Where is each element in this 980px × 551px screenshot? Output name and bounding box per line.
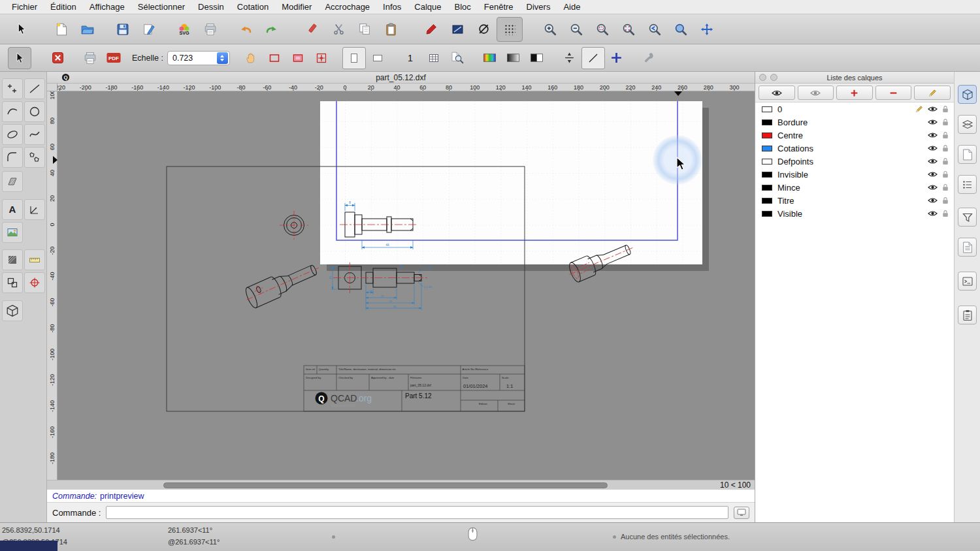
menu-item[interactable]: Cotation: [231, 0, 275, 14]
blackwhite-mode-button[interactable]: [525, 47, 549, 69]
layer-visibility-toggle[interactable]: [928, 184, 938, 191]
open-document-button[interactable]: [74, 17, 101, 42]
auto-fit-offset-button[interactable]: [558, 47, 581, 69]
paper-borders-button[interactable]: [263, 47, 286, 69]
line-tool-button[interactable]: [24, 78, 45, 99]
layer-visibility-eye-icon[interactable]: [928, 145, 938, 151]
add-layer-button[interactable]: [836, 86, 873, 100]
layer-lock-icon[interactable]: [942, 105, 949, 113]
crosshair-plus-button[interactable]: [605, 47, 629, 69]
modify-attributes-button[interactable]: [444, 17, 470, 42]
previous-view-button[interactable]: [642, 17, 668, 42]
grayscale-mode-button[interactable]: [502, 47, 525, 69]
menu-item[interactable]: Infos: [376, 0, 408, 14]
print-button[interactable]: [78, 47, 102, 69]
layer-row[interactable]: Titre: [755, 194, 954, 207]
window-zoom-button[interactable]: [668, 17, 694, 42]
layer-visibility-toggle[interactable]: [928, 158, 938, 165]
zoom-in-button[interactable]: [537, 17, 563, 42]
margins-button[interactable]: [286, 47, 310, 69]
layer-lock-toggle[interactable]: [942, 183, 949, 191]
menu-item[interactable]: Calque: [408, 0, 448, 14]
zoom-out-button[interactable]: [563, 17, 589, 42]
cut-button[interactable]: [325, 17, 351, 42]
layer-lock-icon[interactable]: [942, 197, 949, 204]
hide-all-layers-button[interactable]: [798, 86, 834, 100]
panel-close-icon[interactable]: [759, 74, 766, 81]
circle-tool-button[interactable]: [24, 101, 45, 122]
line-preview-button[interactable]: [581, 47, 605, 69]
erase-button[interactable]: [299, 17, 325, 42]
layer-lock-icon[interactable]: [942, 131, 949, 139]
layer-visibility-toggle[interactable]: [928, 145, 938, 151]
layer-row[interactable]: Centre: [755, 129, 954, 142]
paste-button[interactable]: [378, 17, 404, 42]
pen-tool-button[interactable]: [418, 17, 444, 42]
zoom-page-button[interactable]: [446, 47, 469, 69]
menu-item[interactable]: Fichier: [5, 0, 44, 14]
horizontal-scrollbar[interactable]: 10 < 100: [47, 480, 755, 490]
layer-visibility-eye-icon[interactable]: [928, 119, 938, 125]
layer-list-panel-button[interactable]: [958, 115, 977, 134]
menu-item[interactable]: Aide: [557, 0, 587, 14]
layer-visibility-toggle[interactable]: [928, 171, 938, 178]
layer-lock-toggle[interactable]: [942, 131, 949, 139]
solid-3d-tool-button[interactable]: [2, 300, 23, 321]
spline-tool-button[interactable]: [24, 124, 45, 145]
measure-tool-button[interactable]: [24, 249, 45, 270]
svg-export-button[interactable]: SVG: [171, 17, 197, 42]
redo-button[interactable]: [259, 17, 285, 42]
drawing-preferences-button[interactable]: [136, 17, 162, 42]
layer-lock-icon[interactable]: [942, 210, 949, 217]
view-list-panel-button[interactable]: [958, 175, 977, 194]
undo-button[interactable]: [233, 17, 259, 42]
full-color-mode-button[interactable]: [478, 47, 502, 69]
auto-zoom-button[interactable]: [589, 17, 615, 42]
menu-item[interactable]: Modifier: [275, 0, 318, 14]
polyline-tool-button[interactable]: [2, 147, 23, 168]
arc-tool-button[interactable]: [2, 101, 23, 122]
selection-filter-panel-button[interactable]: [958, 208, 977, 227]
remove-layer-button[interactable]: [875, 86, 912, 100]
snap-tool-button[interactable]: [24, 272, 45, 293]
block-tool-button[interactable]: [2, 272, 23, 293]
layer-lock-toggle[interactable]: [942, 170, 949, 178]
layer-visibility-eye-icon[interactable]: [928, 132, 938, 138]
layer-lock-toggle[interactable]: [942, 118, 949, 126]
layer-visibility-eye-icon[interactable]: [928, 197, 938, 204]
layer-lock-icon[interactable]: [942, 157, 949, 165]
layer-row[interactable]: Defpoints: [755, 155, 954, 168]
menu-item[interactable]: Divers: [520, 0, 557, 14]
layer-lock-icon[interactable]: [942, 183, 949, 191]
settings-wrench-button[interactable]: [638, 47, 661, 69]
new-document-button[interactable]: [48, 17, 74, 42]
layer-visibility-eye-icon[interactable]: [928, 210, 938, 217]
layer-visibility-toggle[interactable]: [928, 132, 938, 138]
panel-detach-icon[interactable]: [770, 74, 777, 81]
layer-lock-icon[interactable]: [942, 144, 949, 152]
command-line-panel-button[interactable]: [958, 272, 977, 291]
menu-item[interactable]: Accrochage: [318, 0, 376, 14]
layer-row[interactable]: Bordure: [755, 116, 954, 129]
placement-crosshair-button[interactable]: [310, 47, 333, 69]
layer-visibility-toggle[interactable]: [928, 119, 938, 125]
layer-row[interactable]: 0: [755, 102, 954, 116]
layer-lock-toggle[interactable]: [942, 197, 949, 204]
layer-visibility-toggle[interactable]: [928, 106, 938, 112]
property-editor-panel-button[interactable]: [958, 85, 977, 104]
command-panel-toggle-button[interactable]: [734, 507, 749, 519]
layer-lock-toggle[interactable]: [942, 144, 949, 152]
scrollbar-thumb[interactable]: [163, 482, 608, 488]
show-all-layers-button[interactable]: [759, 86, 795, 100]
image-tool-button[interactable]: [2, 222, 23, 243]
block-list-panel-button[interactable]: [958, 145, 977, 164]
layer-visibility-eye-icon[interactable]: [928, 184, 938, 191]
layer-lock-icon[interactable]: [942, 170, 949, 178]
grid-toggle-button[interactable]: [497, 17, 523, 42]
clipboard-panel-button[interactable]: [958, 306, 977, 324]
selection-pointer-button[interactable]: [8, 17, 34, 42]
layer-lock-icon[interactable]: [942, 118, 949, 126]
menu-item[interactable]: Bloc: [448, 0, 477, 14]
dimension-tool-button[interactable]: [24, 199, 45, 220]
layer-visibility-eye-icon[interactable]: [928, 106, 938, 112]
